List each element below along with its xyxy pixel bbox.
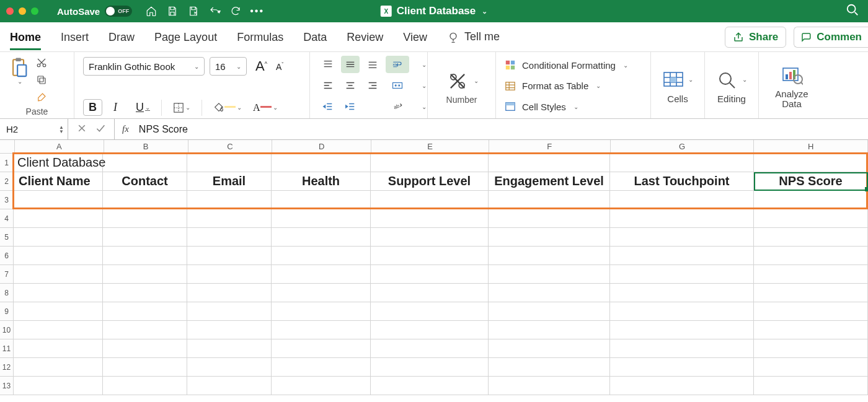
cell[interactable] [103, 321, 187, 339]
col-header[interactable]: D [272, 140, 371, 153]
cell[interactable] [489, 209, 610, 227]
home-icon[interactable] [141, 2, 162, 20]
cell[interactable] [14, 191, 103, 209]
align-top-icon[interactable] [319, 56, 337, 73]
italic-button[interactable]: I [113, 101, 125, 114]
wrap-text-icon[interactable]: ab [386, 56, 409, 73]
increase-font-icon[interactable]: A^ [255, 58, 267, 74]
save-as-icon[interactable] [183, 2, 204, 20]
cell[interactable] [272, 209, 371, 227]
border-button[interactable]: ⌄ [173, 102, 190, 113]
minimize-window-icon[interactable] [19, 7, 26, 15]
tab-insert[interactable]: Insert [61, 24, 89, 50]
cell[interactable]: Client Name [14, 172, 103, 190]
cell[interactable] [610, 321, 754, 339]
cell[interactable] [489, 284, 610, 302]
cell[interactable] [610, 265, 754, 283]
cell[interactable]: NPS Score [754, 172, 868, 190]
align-bottom-icon[interactable] [363, 56, 382, 73]
row-header[interactable]: 9 [0, 302, 14, 321]
cell[interactable]: Health [272, 172, 371, 190]
fx-label[interactable]: fx [115, 119, 136, 139]
cell[interactable] [610, 284, 754, 302]
col-header[interactable]: G [611, 140, 755, 153]
cell[interactable] [754, 284, 868, 302]
cancel-formula-icon[interactable] [77, 123, 87, 136]
cell[interactable] [14, 209, 103, 227]
row-header[interactable]: 1 [0, 154, 14, 172]
cell[interactable] [371, 209, 489, 227]
cell[interactable] [754, 247, 868, 264]
row-header[interactable]: 6 [0, 247, 14, 265]
cell[interactable] [187, 358, 272, 376]
cell[interactable] [272, 358, 371, 376]
row-header[interactable]: 12 [0, 358, 14, 377]
copy-icon[interactable] [36, 74, 47, 88]
cell[interactable] [754, 321, 868, 339]
comments-button[interactable]: Commen [794, 27, 868, 48]
cell[interactable] [103, 377, 187, 395]
tab-home[interactable]: Home [10, 24, 41, 50]
decrease-indent-icon[interactable] [319, 98, 337, 115]
cell[interactable] [103, 265, 187, 283]
save-icon[interactable] [162, 2, 183, 20]
tab-data[interactable]: Data [303, 24, 327, 50]
share-button[interactable]: Share [725, 27, 786, 48]
cell[interactable] [489, 191, 610, 209]
row-header[interactable]: 5 [0, 228, 14, 247]
document-title[interactable]: X Client Database ⌄ [381, 5, 488, 17]
cell[interactable] [371, 284, 489, 302]
merge-cells-icon[interactable] [386, 77, 409, 94]
col-header[interactable]: B [104, 140, 188, 153]
cell[interactable] [754, 228, 868, 246]
cell[interactable] [14, 321, 103, 339]
cell[interactable]: Last Touchpoint [610, 172, 754, 190]
col-header[interactable]: E [371, 140, 489, 153]
row-header[interactable]: 8 [0, 284, 14, 302]
cell[interactable]: Client Database [14, 154, 103, 172]
row-header[interactable]: 11 [0, 339, 14, 358]
cell[interactable] [489, 265, 610, 283]
underline-button[interactable]: U⌄ [136, 101, 150, 114]
cell[interactable] [371, 339, 489, 357]
cell[interactable] [610, 154, 754, 172]
tab-review[interactable]: Review [347, 24, 383, 50]
chevron-down-icon[interactable]: ⌄ [17, 78, 22, 85]
font-name-combo[interactable]: Franklin Gothic Book⌄ [83, 57, 205, 76]
chevron-down-icon[interactable]: ⌄ [482, 7, 487, 15]
row-header[interactable]: 4 [0, 209, 14, 228]
cell[interactable] [272, 321, 371, 339]
cell[interactable] [103, 209, 187, 227]
group-number[interactable]: ⌄ Number [428, 52, 496, 118]
cell[interactable] [187, 191, 272, 209]
cell[interactable] [489, 247, 610, 264]
cell[interactable] [187, 228, 272, 246]
cell[interactable] [489, 228, 610, 246]
col-header[interactable]: A [15, 140, 104, 153]
cell[interactable]: Support Level [371, 172, 489, 190]
cell[interactable] [187, 154, 272, 172]
cell[interactable] [14, 265, 103, 283]
conditional-formatting-button[interactable]: Conditional Formatting⌄ [505, 56, 642, 74]
cell[interactable]: Engagement Level [489, 172, 610, 190]
cell[interactable] [187, 339, 272, 357]
autosave-switch[interactable]: OFF [105, 6, 132, 17]
cell[interactable] [489, 321, 610, 339]
align-middle-icon[interactable] [341, 56, 360, 73]
cell[interactable] [103, 247, 187, 264]
cell[interactable] [103, 339, 187, 357]
cells-button[interactable]: ⌄ Cells [651, 52, 705, 118]
editing-button[interactable]: ⌄ Editing [705, 52, 759, 118]
format-as-table-button[interactable]: Format as Table⌄ [505, 77, 642, 95]
cell[interactable] [489, 154, 610, 172]
more-icon[interactable]: ••• [250, 6, 264, 17]
cell[interactable] [610, 302, 754, 320]
cell[interactable] [187, 209, 272, 227]
cell[interactable] [14, 339, 103, 357]
cell[interactable] [272, 191, 371, 209]
chevron-down-icon[interactable]: ▾ [218, 8, 221, 15]
row-header[interactable]: 2 [0, 172, 14, 191]
cell[interactable] [610, 247, 754, 264]
tab-page-layout[interactable]: Page Layout [154, 24, 217, 50]
cell[interactable] [187, 321, 272, 339]
